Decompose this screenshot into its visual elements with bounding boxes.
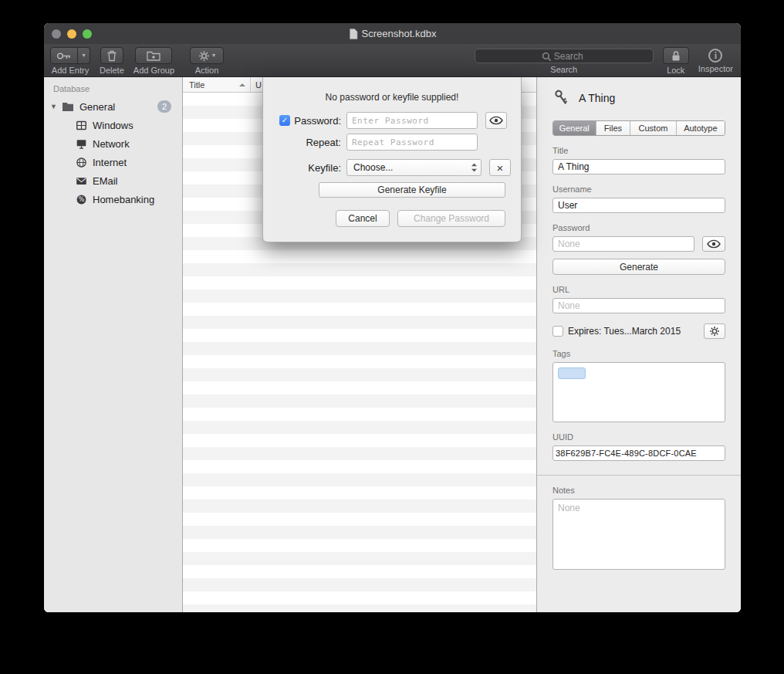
dialog-password-input[interactable] <box>346 112 478 129</box>
password-label: Password <box>553 223 725 232</box>
add-entry-menu-button[interactable]: ▾ <box>78 47 90 64</box>
column-header-title[interactable]: Title <box>183 77 251 92</box>
windows-icon <box>74 120 88 131</box>
toolbar-label-add-entry: Add Entry <box>52 66 89 75</box>
sidebar-item-internet[interactable]: Internet <box>44 153 182 171</box>
sidebar-group-general[interactable]: ▼ General 2 <box>44 97 182 116</box>
zoom-button[interactable] <box>83 29 92 39</box>
folder-plus-icon <box>147 50 161 61</box>
cancel-button[interactable]: Cancel <box>336 210 390 227</box>
password-reveal-button[interactable] <box>702 236 725 252</box>
toolbar-item-inspector: i Inspector <box>698 47 733 73</box>
action-button[interactable]: ▾ <box>190 47 224 64</box>
sidebar-item-label: EMail <box>93 175 182 187</box>
dialog-password-row: ✓ Password: <box>263 112 521 129</box>
sidebar-header: Database <box>44 77 182 97</box>
svg-text:%: % <box>78 196 84 203</box>
tab-custom[interactable]: Custom <box>630 121 675 135</box>
toolbar-item-search: Search <box>475 47 654 74</box>
dialog-keyfile-label: Keyfile: <box>279 162 341 174</box>
eye-icon <box>489 116 503 125</box>
dialog-repeat-row: Repeat: <box>263 134 521 151</box>
inspector-panel: A Thing General Files Custom Autotype Ti… <box>536 77 741 612</box>
coin-icon: % <box>74 194 88 205</box>
chevron-down-icon: ▾ <box>212 52 215 59</box>
entry-count-badge: 2 <box>157 100 171 113</box>
add-entry-button[interactable] <box>50 47 78 64</box>
tab-files[interactable]: Files <box>596 121 630 135</box>
sidebar-item-network[interactable]: Network <box>44 134 182 153</box>
minimize-button[interactable] <box>67 29 76 39</box>
tag-chip[interactable] <box>558 367 586 379</box>
close-icon: × <box>497 162 504 174</box>
tab-autotype[interactable]: Autotype <box>676 121 725 135</box>
password-checkbox[interactable]: ✓ <box>279 115 290 126</box>
title-label: Title <box>553 146 725 155</box>
gear-icon <box>709 326 720 337</box>
document-proxy-icon <box>349 29 358 39</box>
dialog-keyfile-row: Keyfile: Choose... × <box>263 159 521 176</box>
tags-field[interactable] <box>553 362 725 422</box>
checkmark-icon: ✓ <box>282 117 288 124</box>
sidebar-item-email[interactable]: EMail <box>44 171 182 190</box>
keyfile-dropdown[interactable]: Choose... <box>346 159 482 176</box>
generate-password-button[interactable]: Generate <box>553 259 725 275</box>
inspector-header: A Thing <box>553 86 725 110</box>
globe-icon <box>74 157 88 168</box>
password-field[interactable] <box>553 236 694 252</box>
dialog-message: No password or keyfile supplied! <box>263 92 521 103</box>
expires-checkbox[interactable] <box>553 326 563 337</box>
search-field[interactable] <box>475 49 654 63</box>
generate-keyfile-button[interactable]: Generate Keyfile <box>319 182 505 198</box>
uuid-field[interactable] <box>553 445 725 461</box>
dialog-password-reveal-button[interactable] <box>485 112 507 129</box>
window-title: Screenshot.kdbx <box>362 28 437 39</box>
close-button[interactable] <box>52 29 61 39</box>
notes-label: Notes <box>553 486 725 495</box>
title-field[interactable] <box>553 159 725 174</box>
key-icon <box>56 50 73 62</box>
folder-icon <box>61 101 75 112</box>
clear-keyfile-button[interactable]: × <box>489 159 511 176</box>
dialog-repeat-input[interactable] <box>346 134 478 151</box>
tab-general[interactable]: General <box>553 121 596 135</box>
toolbar-item-add-group: Add Group <box>133 47 174 75</box>
traffic-lights <box>52 29 92 39</box>
url-field[interactable] <box>553 298 725 313</box>
toolbar-label-lock: Lock <box>667 66 684 75</box>
username-label: Username <box>553 185 725 194</box>
search-input[interactable] <box>475 49 653 63</box>
keyfile-dropdown-value: Choose... <box>353 162 471 173</box>
sidebar-group-label: General <box>79 101 157 113</box>
expires-settings-button[interactable] <box>704 323 725 339</box>
sidebar-item-label: Windows <box>93 120 182 131</box>
notes-field[interactable] <box>553 499 725 570</box>
dialog-repeat-label: Repeat: <box>279 137 341 148</box>
username-field[interactable] <box>553 198 725 213</box>
content-area: Database ▼ General 2 Windows Network <box>44 77 741 612</box>
stepper-arrows-icon <box>471 162 478 173</box>
lock-button[interactable] <box>663 47 689 64</box>
toolbar-item-lock: Lock <box>663 47 689 75</box>
disclosure-triangle-icon[interactable]: ▼ <box>50 103 61 110</box>
toolbar-item-action: ▾ Action <box>190 47 224 75</box>
eye-icon <box>707 239 721 249</box>
toolbar-label-inspector: Inspector <box>698 64 733 73</box>
inspector-tabs: General Files Custom Autotype <box>553 120 725 136</box>
entry-title: A Thing <box>579 92 615 104</box>
column-title-label: Title <box>189 80 204 90</box>
sidebar-item-homebanking[interactable]: % Homebanking <box>44 190 182 208</box>
app-window: Screenshot.kdbx ▾ Add Entry Delete Add G… <box>44 23 741 612</box>
toolbar-label-delete: Delete <box>100 66 124 75</box>
dialog-actions: Cancel Change Password <box>263 210 521 227</box>
sort-ascending-icon <box>239 83 245 86</box>
info-icon[interactable]: i <box>708 49 722 63</box>
url-label: URL <box>553 285 725 294</box>
delete-button[interactable] <box>100 47 123 64</box>
expires-label: Expires: Tues...March 2015 <box>568 326 699 337</box>
add-group-button[interactable] <box>135 47 172 64</box>
lock-icon <box>671 50 681 62</box>
toolbar: ▾ Add Entry Delete Add Group ▾ Action <box>44 44 741 77</box>
key-icon <box>553 88 571 108</box>
sidebar-item-windows[interactable]: Windows <box>44 116 182 134</box>
